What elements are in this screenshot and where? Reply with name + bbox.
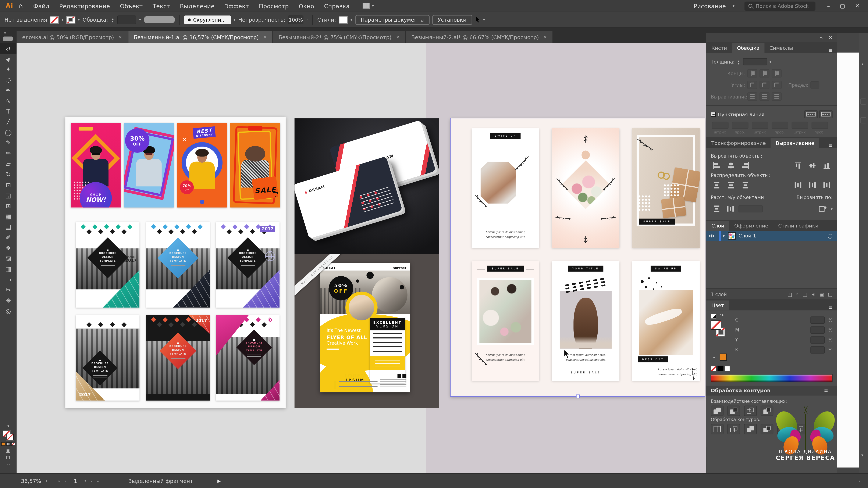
document-tab[interactable]: Безымянный-2* @ 75% (CMYK/Просмотр)✕ [273,31,405,43]
tool-button[interactable]: ◌ [0,75,17,85]
align-top-button[interactable] [792,161,804,170]
stock-search-input[interactable]: Поиск в Adobe Stock [745,1,815,10]
stroke-weight-stepper[interactable]: ▴▾ [111,17,115,23]
document-setup-button[interactable]: Параметры документа [355,14,430,25]
chevron-down-icon[interactable]: ▾ [483,18,485,22]
tool-button[interactable]: ▨ [0,253,17,264]
layers-action-icon[interactable]: ▢ [828,291,833,297]
fill-none-swatch[interactable] [711,320,721,330]
visibility-eye-icon[interactable] [706,233,716,238]
tool-button[interactable]: ▤ [0,222,17,233]
tool-button[interactable]: ✳ [0,295,17,306]
last-color-icon[interactable]: ↥ [712,356,716,361]
layers-action-icon[interactable]: ⊞ [811,291,815,297]
tool-button[interactable]: ◯ [0,127,17,138]
brochure-cover[interactable]: ◆ ◆ ◆ ◆ ◆◆ ◆ ◆ ◆ ▪BROCHURE DESIGN TEMPLA… [76,222,140,308]
intersect-button[interactable] [744,405,756,416]
tool-button[interactable]: ▥ [0,264,17,274]
distribute-bottom-button[interactable] [740,180,751,190]
horizontal-spacing-button[interactable] [724,204,736,214]
distribute-left-button[interactable] [792,180,804,190]
chevron-down-icon[interactable]: ▾ [45,479,48,483]
weight-field[interactable] [743,58,767,65]
cursor-settings-icon[interactable] [475,16,480,23]
trim-button[interactable] [727,424,740,434]
color-spectrum-bar[interactable] [711,374,833,382]
menu-item[interactable]: Эффект [220,0,254,12]
home-icon[interactable]: ⌂ [18,2,28,10]
align-left-button[interactable] [711,161,722,170]
color-button[interactable] [1,442,5,446]
minus-back-button[interactable] [794,424,806,434]
layers-action-icon[interactable]: ⌕ [796,291,799,297]
outline-button[interactable] [777,424,789,434]
expand-layer-icon[interactable]: ▸ [723,233,725,238]
menu-item[interactable]: Окно [294,0,319,12]
vertical-spacing-button[interactable] [711,204,722,214]
document-tab[interactable]: Безымянный-2.ai* @ 66,67% (CMYK/Просмотр… [406,31,553,43]
dash-field[interactable] [712,122,728,129]
opacity-field[interactable]: 100% [288,15,304,24]
chevron-down-icon[interactable]: ▾ [730,3,737,8]
tool-button[interactable]: ✒ [0,85,17,96]
cap-butt-button[interactable] [747,69,757,77]
stroke-weight-field[interactable] [117,15,136,24]
close-button[interactable]: ✕ [851,3,864,9]
tool-button[interactable]: ✦ [0,64,17,75]
tool-button[interactable]: ❖ [0,243,17,254]
document-tab[interactable]: Безымянный-1.ai @ 36,57% (CMYK/Просмотр)… [128,31,273,43]
tool-button[interactable]: ✂ [0,285,17,295]
panel-expand-icon[interactable]: » [3,30,6,35]
menu-item[interactable]: Просмотр [254,0,294,12]
dash-field[interactable] [771,122,788,129]
restore-button[interactable]: ▢ [836,3,849,9]
stroke-weight-label[interactable]: Обводка: [83,16,108,23]
opacity-label[interactable]: Непрозрачность: [238,16,285,23]
tool-button[interactable]: ▷ [0,43,17,54]
tool-button[interactable]: ▱ [0,159,17,169]
scroll-up-icon[interactable]: ▴ [862,62,863,66]
menu-item[interactable]: Файл [28,0,54,12]
tool-button[interactable]: T [0,106,17,117]
dash-field[interactable] [751,122,768,129]
tool-button[interactable]: ⊞ [0,201,17,212]
black-swatch[interactable] [717,366,723,371]
dashed-line-checkbox[interactable] [711,112,716,117]
artboard-wedding-stories[interactable]: SWIPE UP Lorem ipsum dolor sit amet, con… [451,119,705,396]
chevron-down-icon[interactable]: ▾ [84,479,86,483]
weight-stepper[interactable]: ▴▾ [737,59,741,64]
dash-preserve-button[interactable] [804,110,818,119]
panel-menu-icon[interactable]: ≡ [824,305,837,310]
channel-value-field[interactable] [811,326,825,333]
menu-item[interactable]: Выделение [175,0,219,12]
panel-menu-icon[interactable]: ≡ [824,225,837,231]
draw-mode-icon[interactable]: ▣ [6,448,10,453]
brochure-cover[interactable]: ◆ ◆ ◆ ◆ ◆◆ ◆ ◆ ◆ ▪BROCHURE DESIGN TEMPLA… [146,315,210,400]
channel-value-field[interactable] [811,346,825,353]
cap-round-button[interactable] [760,69,770,77]
tool-button[interactable]: ↻ [0,169,17,180]
layer-target-icon[interactable]: ◯ [828,233,832,238]
canvas[interactable]: SHOPNOW! 30%OFF ✕ BESTDISCOUNT 70%OFF SA… [17,43,706,473]
distribute-right-button[interactable] [821,180,833,190]
stroke-align-outside-button[interactable] [772,92,781,101]
chevron-down-icon[interactable]: ▾ [234,18,236,22]
none-button[interactable] [11,442,15,446]
workspace-grid-icon[interactable] [362,3,370,9]
close-icon[interactable]: ✕ [544,35,547,40]
fill-swatch[interactable] [50,16,59,24]
menu-item[interactable]: Текст [148,0,175,12]
align-right-button[interactable] [740,161,751,170]
workspace-switcher[interactable]: Рисование [691,3,728,9]
stroke-swatch[interactable] [66,16,75,24]
brochure-cover[interactable]: ◆ ◆ ◆ ◆ ◆◆ ◆ ◆ ◆ ▪BROCHURE DESIGN TEMPLA… [76,315,140,400]
last-artboard-icon[interactable]: » [96,478,99,484]
artboard-templates[interactable]: SHOPNOW! 30%OFF ✕ BESTDISCOUNT 70%OFF SA… [65,117,286,408]
corner-miter-button[interactable] [747,81,757,89]
align-vcenter-button[interactable] [807,161,818,170]
spacing-field[interactable] [739,205,763,213]
tool-button[interactable]: ▶ [0,54,17,64]
tool-button[interactable]: ◎ [0,306,17,317]
last-color-swatch[interactable] [720,354,727,361]
style-swatch[interactable] [339,16,348,24]
